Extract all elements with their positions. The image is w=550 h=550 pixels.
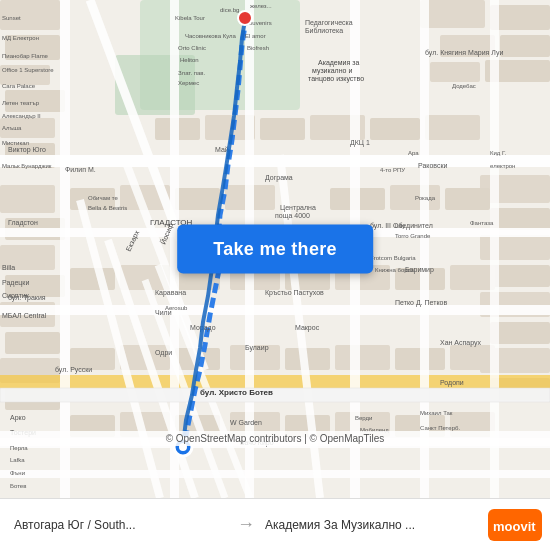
svg-rect-51 (450, 265, 495, 290)
svg-text:Lilly: Lilly (395, 223, 405, 229)
svg-text:Billa: Billa (2, 264, 15, 271)
svg-rect-20 (5, 332, 60, 354)
svg-text:Каравана: Каравана (155, 289, 186, 297)
svg-text:Ара: Ара (408, 150, 419, 156)
svg-rect-87 (0, 388, 550, 402)
svg-text:Office 1 Superstore: Office 1 Superstore (2, 67, 54, 73)
svg-text:бул. Христо Ботев: бул. Христо Ботев (200, 388, 273, 397)
svg-text:El amor: El amor (245, 33, 266, 39)
svg-text:Хан Аспарух: Хан Аспарух (440, 339, 482, 347)
attribution-text: © OpenStreetMap contributors | © OpenMap… (166, 433, 385, 444)
svg-rect-44 (70, 268, 115, 290)
svg-rect-57 (335, 345, 390, 370)
moovit-logo-svg: moovit (488, 509, 542, 541)
svg-text:МБАЛ Central: МБАЛ Central (2, 312, 47, 319)
svg-text:Кид Г.: Кид Г. (490, 150, 507, 156)
moovit-logo: moovit (488, 509, 542, 541)
svg-text:Мальк Бунарджик: Мальк Бунарджик (2, 163, 52, 169)
svg-rect-59 (450, 345, 495, 370)
svg-rect-85 (420, 0, 429, 498)
svg-text:Cara Palace: Cara Palace (2, 83, 36, 89)
cta-button-container: Take me there (177, 225, 373, 274)
svg-text:Педагогическа: Педагогическа (305, 19, 353, 27)
svg-text:Одри: Одри (155, 349, 172, 357)
svg-text:Булаир: Булаир (245, 344, 269, 352)
svg-text:Souvenirs: Souvenirs (245, 20, 272, 26)
svg-rect-71 (0, 375, 550, 389)
svg-text:Ботев: Ботев (10, 483, 26, 489)
svg-text:Heliton: Heliton (180, 57, 199, 63)
svg-text:Aerosub: Aerosub (165, 305, 188, 311)
svg-text:Морадо: Морадо (190, 324, 216, 332)
svg-text:Библиотека: Библиотека (305, 27, 343, 34)
origin-label: Автогара Юг / South... (8, 518, 233, 532)
svg-text:Часовникова Кула: Часовникова Кула (185, 33, 237, 39)
svg-text:Раковски: Раковски (418, 162, 448, 169)
svg-text:електрон: електрон (490, 163, 515, 169)
bottom-bar: Автогара Юг / South... → Академия За Муз… (0, 498, 550, 550)
app: Виктор Юго Гладстон Филип М. бул. Тракия… (0, 0, 550, 550)
svg-text:Верди: Верди (355, 415, 372, 421)
svg-text:Макрос: Макрос (295, 324, 320, 332)
svg-text:Сиоптик: Сиоптик (2, 292, 30, 299)
take-me-there-button[interactable]: Take me there (177, 225, 373, 274)
svg-text:ДКЦ 1: ДКЦ 1 (350, 139, 370, 147)
svg-text:Обичам те: Обичам те (88, 195, 118, 201)
svg-text:Хермес: Хермес (178, 80, 199, 86)
svg-rect-73 (0, 470, 550, 478)
svg-rect-39 (175, 188, 220, 210)
svg-rect-86 (490, 0, 499, 498)
svg-text:4-то РПУ: 4-то РПУ (380, 167, 405, 173)
svg-text:Летен театър: Летен театър (2, 100, 40, 106)
svg-text:Рокада: Рокада (415, 195, 436, 201)
svg-rect-43 (445, 188, 490, 210)
svg-text:W Garden: W Garden (230, 419, 262, 426)
svg-text:Torro Grande: Torro Grande (395, 233, 431, 239)
svg-rect-15 (0, 185, 55, 213)
svg-text:Виктор Юго: Виктор Юго (8, 146, 46, 154)
svg-text:Orto Clinic: Orto Clinic (178, 45, 206, 51)
svg-rect-35 (370, 118, 420, 140)
svg-text:бул. Русски: бул. Русски (55, 366, 92, 374)
svg-rect-33 (260, 118, 305, 140)
svg-text:Радецки: Радецки (2, 279, 29, 287)
svg-text:музикално и: музикално и (312, 67, 352, 75)
svg-rect-9 (420, 0, 485, 28)
destination-label: Академия За Музикално ... (259, 518, 484, 532)
svg-text:поща 4000: поща 4000 (275, 212, 310, 220)
svg-rect-81 (60, 0, 70, 498)
svg-text:Май: Май (215, 146, 229, 153)
svg-text:желез...: желез... (250, 3, 272, 9)
svg-text:Петко Д. Петков: Петко Д. Петков (395, 299, 447, 307)
map-attribution: © OpenStreetMap contributors | © OpenMap… (0, 431, 550, 446)
svg-text:Алъша: Алъша (2, 125, 22, 131)
svg-text:Михаил Так: Михаил Так (420, 410, 453, 416)
svg-text:Кръстьо Пастухов: Кръстьо Пастухов (265, 289, 324, 297)
svg-text:Родопи: Родопи (440, 379, 464, 387)
svg-text:Bella & Beatris: Bella & Beatris (88, 205, 127, 211)
map-container: Виктор Юго Гладстон Филип М. бул. Тракия… (0, 0, 550, 498)
svg-text:Дограма: Дограма (265, 174, 293, 182)
svg-text:Арко: Арко (10, 414, 26, 422)
svg-rect-70 (0, 305, 550, 315)
svg-text:moovit: moovit (493, 519, 536, 534)
svg-text:Sunset: Sunset (2, 15, 21, 21)
svg-text:Злат. пав.: Злат. пав. (178, 70, 206, 76)
svg-text:Гладстон: Гладстон (8, 219, 38, 227)
svg-text:Додебас: Додебас (452, 83, 476, 89)
svg-text:Lafka: Lafka (10, 457, 25, 463)
svg-text:бул. Княгиня Мария Луи: бул. Княгиня Мария Луи (425, 49, 503, 57)
svg-text:Фантаза: Фантаза (470, 220, 494, 226)
direction-separator: → (233, 514, 259, 535)
svg-rect-12 (500, 35, 550, 57)
svg-text:Филип М.: Филип М. (65, 166, 96, 173)
svg-text:Александър II: Александър II (2, 113, 41, 119)
svg-text:Kibela Tour: Kibela Tour (175, 15, 205, 21)
svg-text:Пианобар Flame: Пианобар Flame (2, 53, 49, 59)
svg-rect-36 (425, 115, 480, 140)
svg-text:Фъни: Фъни (10, 470, 25, 476)
svg-rect-13 (430, 62, 480, 82)
svg-text:МД Електрон: МД Електрон (2, 35, 39, 41)
svg-text:Frotcom Bulgaria: Frotcom Bulgaria (370, 255, 416, 261)
svg-text:танцово изкуство: танцово изкуство (308, 75, 364, 83)
